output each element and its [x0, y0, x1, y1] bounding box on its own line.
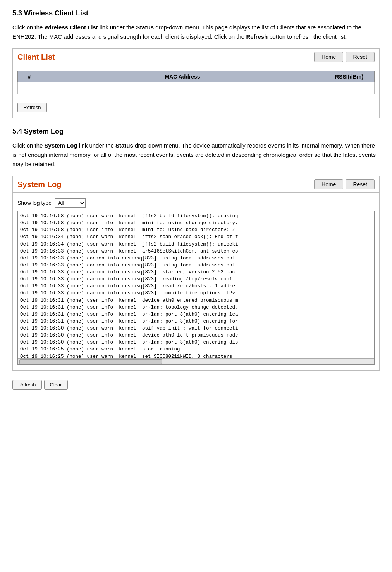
- section-54: 5.4 System Log Click on the System Log l…: [12, 127, 380, 390]
- system-log-body: Show log type All Oct 19 10:16:58 (none)…: [13, 193, 379, 370]
- system-log-refresh-button[interactable]: Refresh: [12, 380, 42, 390]
- col-number: #: [18, 71, 41, 82]
- system-log-panel: System Log Home Reset Show log type All …: [12, 176, 380, 371]
- system-log-panel-header: System Log Home Reset: [13, 176, 379, 193]
- section-53-paragraph: Click on the Wireless Client List link u…: [12, 23, 380, 41]
- system-log-footer: Refresh Clear: [12, 380, 380, 390]
- system-log-title: System Log: [17, 180, 61, 189]
- system-log-reset-button[interactable]: Reset: [346, 179, 375, 189]
- client-table-empty-row: [18, 82, 375, 94]
- col-mac-address: MAC Address: [41, 71, 324, 82]
- system-log-header-buttons: Home Reset: [314, 179, 375, 189]
- log-horizontal-scrollbar[interactable]: [18, 358, 374, 364]
- col-rssi: RSSI(dBm): [324, 71, 375, 82]
- client-list-home-button[interactable]: Home: [314, 52, 343, 62]
- log-type-label: Show log type: [17, 200, 52, 206]
- log-scrollbar-thumb[interactable]: [19, 359, 162, 364]
- client-list-header-buttons: Home Reset: [314, 52, 375, 62]
- log-area-wrapper: Oct 19 10:16:58 (none) user.warn kernel:…: [17, 211, 375, 365]
- client-list-body: # MAC Address RSSI(dBm) Refresh: [13, 65, 379, 118]
- section-53: 5.3 Wireless Client List Click on the Wi…: [12, 9, 380, 118]
- log-controls: Show log type All: [17, 198, 375, 208]
- section-53-heading: 5.3 Wireless Client List: [12, 9, 380, 17]
- client-list-panel-header: Client List Home Reset: [13, 49, 379, 65]
- client-list-panel: Client List Home Reset # MAC Address RSS…: [12, 48, 380, 118]
- system-log-home-button[interactable]: Home: [314, 179, 343, 189]
- client-table: # MAC Address RSSI(dBm): [17, 71, 375, 94]
- log-area[interactable]: Oct 19 10:16:58 (none) user.warn kernel:…: [18, 211, 374, 358]
- log-type-select[interactable]: All: [55, 198, 86, 208]
- section-54-heading: 5.4 System Log: [12, 127, 380, 136]
- client-table-header-row: # MAC Address RSSI(dBm): [18, 71, 375, 82]
- system-log-clear-button[interactable]: Clear: [44, 380, 68, 390]
- section-54-paragraph: Click on the System Log link under the S…: [12, 141, 380, 169]
- client-list-refresh-button[interactable]: Refresh: [17, 103, 47, 112]
- client-list-reset-button[interactable]: Reset: [346, 52, 375, 62]
- client-list-title: Client List: [17, 53, 55, 62]
